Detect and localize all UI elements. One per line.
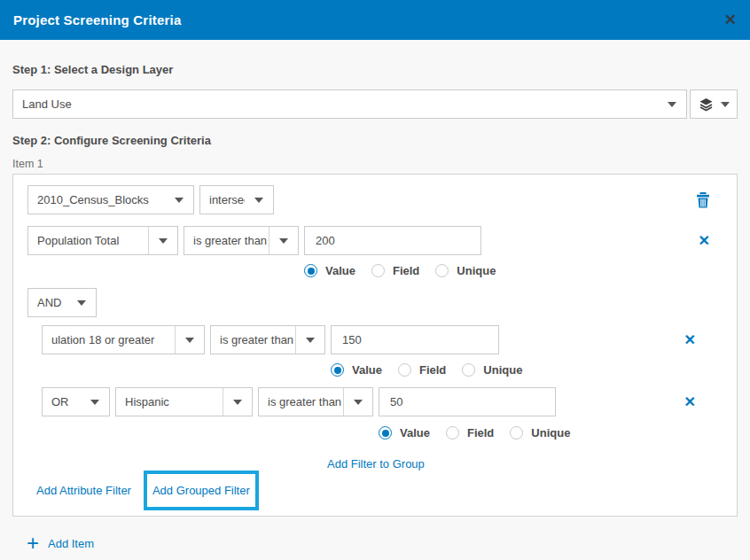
chevron-down-icon xyxy=(175,326,204,354)
spatial-operator-select[interactable]: intersects xyxy=(199,185,274,214)
delete-item-button[interactable] xyxy=(696,192,710,208)
gfilter1-value-input[interactable] xyxy=(331,325,499,354)
highlight-annotation: Add Grouped Filter xyxy=(144,471,259,510)
radio-field-label: Field xyxy=(419,363,446,377)
add-filter-to-group-link[interactable]: Add Filter to Group xyxy=(327,457,425,471)
radio-unselected-icon xyxy=(462,363,475,377)
layers-icon xyxy=(699,97,714,112)
plus-icon: + xyxy=(27,534,39,552)
radio-value[interactable]: Value xyxy=(379,426,430,439)
close-icon: ✕ xyxy=(684,395,696,409)
close-icon: ✕ xyxy=(699,234,710,248)
filter1-operator-value: is greater than xyxy=(184,234,269,247)
gfilter2-operator-value: is greater than xyxy=(259,395,343,408)
filter1-value-input[interactable] xyxy=(304,226,481,255)
radio-selected-icon xyxy=(379,426,392,439)
filter1-operator-select[interactable]: is greater than xyxy=(184,226,299,255)
chevron-down-icon xyxy=(269,227,298,254)
filter1-value-type-radios: Value Field Unique xyxy=(304,264,723,277)
radio-unselected-icon xyxy=(435,264,449,277)
close-icon[interactable]: ✕ xyxy=(724,12,737,27)
gfilter2-value-input[interactable] xyxy=(379,387,556,416)
chevron-down-icon xyxy=(223,388,252,416)
chevron-down-icon xyxy=(67,289,96,316)
gfilter2-value-type-radios: Value Field Unique xyxy=(379,426,723,439)
gfilter2-field-select[interactable]: Hispanic xyxy=(115,387,253,416)
chevron-down-icon xyxy=(245,186,273,214)
radio-unselected-icon xyxy=(510,426,523,439)
target-layer-value: 2010_Census_Blocks xyxy=(28,193,165,206)
radio-value-label: Value xyxy=(325,264,355,277)
gfilter1-operator-select[interactable]: is greater than xyxy=(210,325,325,354)
item-1-panel: 2010_Census_Blocks intersects xyxy=(12,174,738,517)
chevron-down-icon xyxy=(658,90,686,118)
filter-row-1: Population Total is greater than ✕ xyxy=(27,226,723,255)
chevron-down-icon xyxy=(295,326,324,354)
target-layer-row: 2010_Census_Blocks intersects xyxy=(27,185,723,214)
close-icon: ✕ xyxy=(684,333,696,347)
radio-selected-icon xyxy=(304,264,317,277)
gfilter1-value-type-radios: Value Field Unique xyxy=(331,363,723,377)
item-label: Item 1 xyxy=(12,158,738,171)
radio-value[interactable]: Value xyxy=(304,264,355,277)
remove-gfilter1-button[interactable]: ✕ xyxy=(684,333,696,347)
radio-selected-icon xyxy=(331,363,344,377)
radio-value-label: Value xyxy=(400,426,430,439)
filter1-field-value: Population Total xyxy=(28,234,148,247)
group-filter-row-2: OR Hispanic is greater than ✕ xyxy=(42,387,723,416)
spatial-operator-value: intersects xyxy=(200,193,245,206)
gfilter1-operator-value: is greater than xyxy=(211,333,295,346)
add-item-label: Add Item xyxy=(48,537,94,550)
radio-value-label: Value xyxy=(352,363,382,377)
target-layer-select[interactable]: 2010_Census_Blocks xyxy=(27,185,194,214)
radio-unique[interactable]: Unique xyxy=(435,264,496,277)
dialog-body: Step 1: Select a Design Layer Land Use S… xyxy=(0,63,750,552)
chevron-down-icon xyxy=(721,102,730,107)
radio-unique-label: Unique xyxy=(531,426,570,439)
radio-field-label: Field xyxy=(393,264,419,277)
chevron-down-icon xyxy=(148,227,177,254)
add-attribute-filter-link[interactable]: Add Attribute Filter xyxy=(36,484,131,497)
filter-actions-row: Add Attribute Filter Add Grouped Filter xyxy=(27,471,723,510)
step2-heading: Step 2: Configure Screening Criteria xyxy=(12,134,738,147)
radio-unselected-icon xyxy=(398,363,411,377)
grouped-filters: ulation 18 or greater is greater than ✕ … xyxy=(42,325,723,471)
gfilter2-conjunction-select[interactable]: OR xyxy=(42,387,110,416)
group-conjunction-row: AND xyxy=(27,288,723,317)
radio-field[interactable]: Field xyxy=(398,363,446,377)
gfilter2-field-value: Hispanic xyxy=(116,395,223,408)
group-conjunction-select[interactable]: AND xyxy=(27,288,97,317)
group-conjunction-value: AND xyxy=(28,296,67,309)
radio-value[interactable]: Value xyxy=(331,363,382,377)
gfilter1-field-value: ulation 18 or greater xyxy=(43,333,175,346)
gfilter1-field-select[interactable]: ulation 18 or greater xyxy=(42,325,205,354)
chevron-down-icon xyxy=(81,388,109,416)
design-layer-value: Land Use xyxy=(13,97,658,111)
radio-unselected-icon xyxy=(371,264,385,277)
layer-list-button[interactable] xyxy=(690,89,738,119)
add-grouped-filter-link[interactable]: Add Grouped Filter xyxy=(152,484,250,497)
add-item-button[interactable]: + Add Item xyxy=(27,534,738,552)
design-layer-select[interactable]: Land Use xyxy=(12,89,687,119)
chevron-down-icon xyxy=(343,388,372,416)
design-layer-row: Land Use xyxy=(12,89,738,119)
chevron-down-icon xyxy=(165,186,193,214)
group-filter-row-1: ulation 18 or greater is greater than ✕ xyxy=(42,325,723,354)
remove-filter1-button[interactable]: ✕ xyxy=(699,234,710,248)
radio-unique-label: Unique xyxy=(483,363,522,377)
radio-unique[interactable]: Unique xyxy=(462,363,522,377)
radio-field[interactable]: Field xyxy=(371,264,419,277)
filter1-field-select[interactable]: Population Total xyxy=(27,226,178,255)
dialog-header: Project Screening Criteria ✕ xyxy=(0,0,750,40)
radio-unselected-icon xyxy=(446,426,459,439)
dialog-title: Project Screening Criteria xyxy=(13,12,181,27)
radio-unique[interactable]: Unique xyxy=(510,426,570,439)
gfilter2-operator-select[interactable]: is greater than xyxy=(258,387,373,416)
step1-heading: Step 1: Select a Design Layer xyxy=(12,63,738,76)
remove-gfilter2-button[interactable]: ✕ xyxy=(684,395,696,409)
gfilter2-conjunction-value: OR xyxy=(43,395,81,408)
radio-field[interactable]: Field xyxy=(446,426,494,439)
radio-unique-label: Unique xyxy=(457,264,496,277)
radio-field-label: Field xyxy=(467,426,494,439)
trash-icon xyxy=(696,192,710,208)
